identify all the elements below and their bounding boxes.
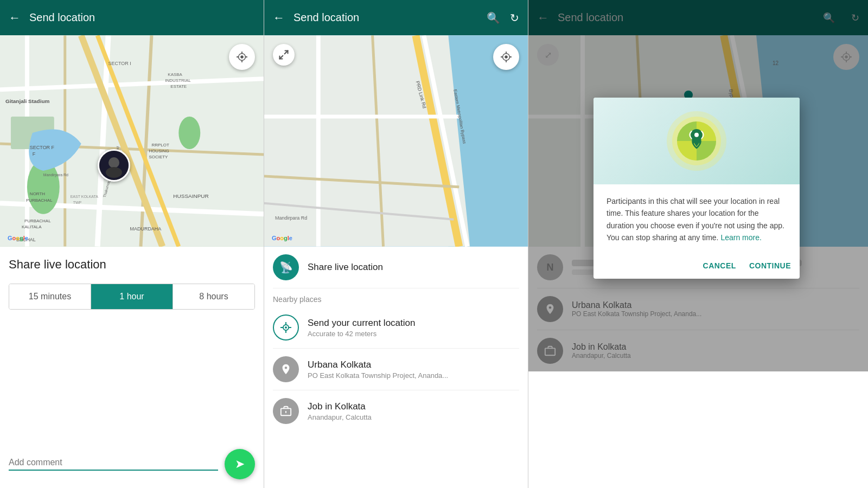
live-location-icon-wrap: 📡 [273,254,299,280]
comment-input-wrap [9,458,218,471]
svg-text:ESTATE: ESTATE [170,84,187,89]
svg-point-35 [108,157,119,168]
panel-1-bottom: Share live location 15 minutes 1 hour 8 … [0,247,264,488]
panel-2-title: Send location [293,11,487,24]
duration-15min[interactable]: 15 minutes [9,284,91,309]
panel-1-map: Gitanjali Stadium SECTOR I KASBA INDUSTR… [0,35,264,247]
svg-point-79 [694,133,699,137]
panel-2-map: PRD Link Rd Eastern Metropolitan Bypass … [264,35,528,247]
svg-text:Gitanjali Stadium: Gitanjali Stadium [5,98,50,104]
cancel-button[interactable]: CANCEL [703,261,736,270]
place-title-1: Job in Kolkata [308,401,519,412]
duration-1hour[interactable]: 1 hour [91,284,173,309]
current-location-icon-wrap [273,314,299,341]
svg-text:SOCIETY: SOCIETY [149,155,168,159]
svg-text:TWP: TWP [73,201,82,204]
locate-button-2[interactable] [493,44,519,70]
place-subtitle-1: Anandapur, Calcutta [308,413,519,421]
svg-text:Mandirpara Rd: Mandirpara Rd [43,173,68,177]
panel-1-title: Send location [29,11,255,24]
svg-point-76 [845,55,848,59]
share-live-label: Share live location [308,262,519,273]
live-location-dialog: Participants in this chat will see your … [593,98,800,279]
current-location-item[interactable]: Send your current location Accurate to 4… [264,307,528,348]
svg-text:12: 12 [773,60,779,66]
svg-point-36 [106,167,122,178]
learn-more-link[interactable]: Learn more. [720,233,761,242]
share-live-item[interactable]: 📡 Share live location [264,247,528,288]
svg-point-55 [505,55,508,59]
nearby-label: Nearby places [264,288,528,307]
back-button-2[interactable]: ← [273,11,285,25]
place-subtitle-0: PO East Kolkata Township Project, Ananda… [308,371,519,380]
duration-selector: 15 minutes 1 hour 8 hours [9,284,255,310]
svg-text:HOUSING: HOUSING [149,149,169,153]
share-live-text: Share live location [308,262,519,273]
locate-button-1[interactable] [229,44,255,70]
google-watermark-2: Google [272,235,292,241]
google-watermark-1: Google [8,235,28,241]
duration-8hours[interactable]: 8 hours [173,284,254,309]
panel-2-list: 📡 Share live location Nearby places Send… [264,247,528,488]
svg-text:NORTH: NORTH [30,191,45,196]
panel-2: ← Send location 🔍 ↻ PRD Link Rd Eastern … [264,0,528,488]
panel-1: ← Send location Gitanjali Stadium [0,0,264,488]
place-text-0: Urbana Kolkata PO East Kolkata Township … [308,359,519,380]
place-text-1: Job in Kolkata Anandapur, Calcutta [308,401,519,421]
svg-text:MADURDAHA: MADURDAHA [130,226,162,232]
place-icon-1 [273,398,299,424]
svg-text:PURBACHAL: PURBACHAL [26,198,53,203]
svg-point-37 [240,55,244,59]
dialog-text: Participants in this chat will see your … [607,195,787,244]
svg-point-58 [285,326,287,329]
dialog-image [593,98,800,184]
place-icon-0 [273,356,299,382]
svg-text:SECTOR I: SECTOR I [108,61,131,66]
back-button-1[interactable]: ← [9,11,21,25]
place-item-1[interactable]: Job in Kolkata Anandapur, Calcutta [264,390,528,432]
svg-text:SECTOR F: SECTOR F [30,145,55,150]
continue-button[interactable]: CONTINUE [749,261,791,270]
svg-text:RRPLOT: RRPLOT [151,143,169,147]
share-live-title: Share live location [9,258,255,272]
panel-1-header: ← Send location [0,0,264,35]
comment-row: ➤ [9,449,255,479]
send-button-1[interactable]: ➤ [225,449,255,479]
panel-2-header-icons: 🔍 ↻ [487,11,519,24]
svg-point-11 [178,117,200,149]
current-location-text: Send your current location Accurate to 4… [308,318,519,338]
svg-text:KASBA: KASBA [168,72,182,77]
panel-2-header: ← Send location 🔍 ↻ [264,0,528,35]
current-location-title: Send your current location [308,318,519,329]
dialog-actions: CANCEL CONTINUE [593,257,800,279]
place-item-0[interactable]: Urbana Kolkata PO East Kolkata Township … [264,349,528,390]
svg-text:EAST KOLKATA: EAST KOLKATA [71,195,98,198]
dialog-body: Participants in this chat will see your … [593,184,800,257]
svg-text:HUSSAINPUR: HUSSAINPUR [173,193,208,199]
refresh-icon-2[interactable]: ↻ [510,11,519,24]
comment-input[interactable] [9,458,218,467]
panel-3: ← Send location 🔍 ↻ 12 Bypass [528,0,868,488]
svg-rect-78 [545,348,555,355]
search-icon-2[interactable]: 🔍 [487,11,500,24]
place-title-0: Urbana Kolkata [308,359,519,370]
map-avatar-1 [98,149,130,182]
fullscreen-button[interactable] [273,44,295,66]
send-icon: ➤ [235,457,245,471]
svg-text:F: F [33,151,36,157]
svg-text:Mandirpara Rd: Mandirpara Rd [275,215,307,221]
svg-text:KALITALA: KALITALA [22,224,42,229]
svg-text:PURBACHAL: PURBACHAL [24,219,51,223]
svg-text:INDUSTRIAL: INDUSTRIAL [165,78,191,83]
current-location-subtitle: Accurate to 42 meters [308,330,519,338]
